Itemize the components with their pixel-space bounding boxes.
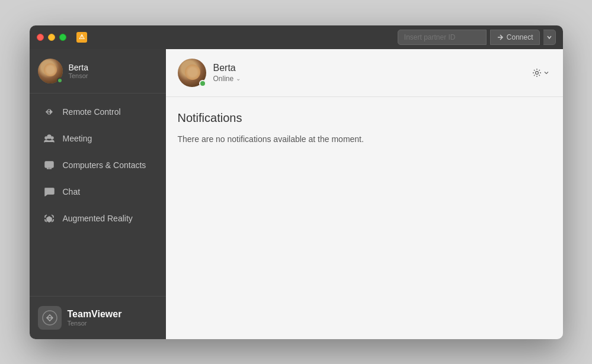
panel-body: Notifications There are no notifications… xyxy=(166,97,563,339)
connect-label: Connect xyxy=(507,33,533,41)
sidebar-item-label: Chat xyxy=(63,187,81,197)
sidebar-item-label: Augmented Reality xyxy=(63,214,133,223)
notifications-empty-message: There are no notifications available at … xyxy=(178,134,551,144)
panel-user-details: Berta Online ⌄ xyxy=(213,63,241,83)
settings-gear-button[interactable] xyxy=(530,66,551,80)
gear-icon xyxy=(532,68,542,78)
sidebar-item-label: Remote Control xyxy=(63,107,121,117)
maximize-button[interactable] xyxy=(59,34,66,41)
sidebar-avatar-wrapper xyxy=(38,59,63,83)
sidebar-item-label: Computers & Contacts xyxy=(63,160,146,170)
brand-regular: Viewer xyxy=(91,309,121,319)
nav-items: Remote Control Meeting xyxy=(30,94,166,296)
partner-id-input[interactable] xyxy=(398,30,487,45)
connect-icon xyxy=(497,34,504,41)
connect-dropdown[interactable] xyxy=(543,30,556,45)
panel-username: Berta xyxy=(213,63,241,73)
right-panel: Berta Online ⌄ xyxy=(166,49,563,339)
panel-status[interactable]: Online ⌄ xyxy=(213,75,241,83)
sidebar: Berta Tensor Remote Control xyxy=(30,49,166,339)
panel-avatar-wrapper xyxy=(178,59,206,87)
gear-chevron-icon xyxy=(544,70,549,75)
titlebar-right: Connect xyxy=(398,30,556,45)
svg-point-6 xyxy=(535,71,538,74)
close-button[interactable] xyxy=(37,34,44,41)
sidebar-user-info: Berta Tensor xyxy=(69,63,88,79)
traffic-lights: ⚠ xyxy=(37,32,87,43)
svg-point-1 xyxy=(45,137,47,139)
meeting-icon xyxy=(43,132,56,145)
minimize-button[interactable] xyxy=(48,34,55,41)
warning-icon: ⚠ xyxy=(76,32,87,43)
remote-control-icon xyxy=(43,105,56,118)
chevron-down-icon xyxy=(547,35,552,40)
svg-point-0 xyxy=(47,135,51,138)
main-content: Berta Tensor Remote Control xyxy=(30,49,563,339)
status-text: Online xyxy=(213,75,234,83)
connect-button[interactable]: Connect xyxy=(490,30,540,45)
brand-bold: Team xyxy=(68,309,92,319)
sidebar-item-augmented-reality[interactable]: Augmented Reality xyxy=(33,205,162,231)
app-window: ⚠ Connect xyxy=(30,25,563,339)
sidebar-tenant: Tensor xyxy=(69,72,88,79)
chat-icon xyxy=(43,185,56,198)
sidebar-item-computers-contacts[interactable]: Computers & Contacts xyxy=(33,152,162,178)
augmented-reality-icon xyxy=(43,212,56,225)
titlebar: ⚠ Connect xyxy=(30,25,563,49)
sidebar-item-remote-control[interactable]: Remote Control xyxy=(33,99,162,125)
panel-user: Berta Online ⌄ xyxy=(178,59,241,87)
brand-text: TeamViewer Tensor xyxy=(68,309,122,327)
sidebar-user: Berta Tensor xyxy=(30,49,166,94)
sidebar-item-meeting[interactable]: Meeting xyxy=(33,125,162,152)
sidebar-online-indicator xyxy=(57,78,63,83)
sidebar-username: Berta xyxy=(69,63,88,72)
brand-name: TeamViewer xyxy=(68,309,122,320)
notifications-title: Notifications xyxy=(178,111,551,125)
sidebar-item-label: Meeting xyxy=(63,134,92,143)
status-chevron-icon: ⌄ xyxy=(236,75,241,82)
sidebar-item-chat[interactable]: Chat xyxy=(33,179,162,205)
teamviewer-logo-icon xyxy=(42,310,57,326)
brand-sub: Tensor xyxy=(68,320,122,327)
computers-contacts-icon xyxy=(43,159,56,172)
svg-point-2 xyxy=(51,137,53,139)
panel-online-indicator xyxy=(199,80,206,87)
panel-header: Berta Online ⌄ xyxy=(166,49,563,97)
sidebar-footer: TeamViewer Tensor xyxy=(30,296,166,339)
brand-logo xyxy=(38,306,62,330)
